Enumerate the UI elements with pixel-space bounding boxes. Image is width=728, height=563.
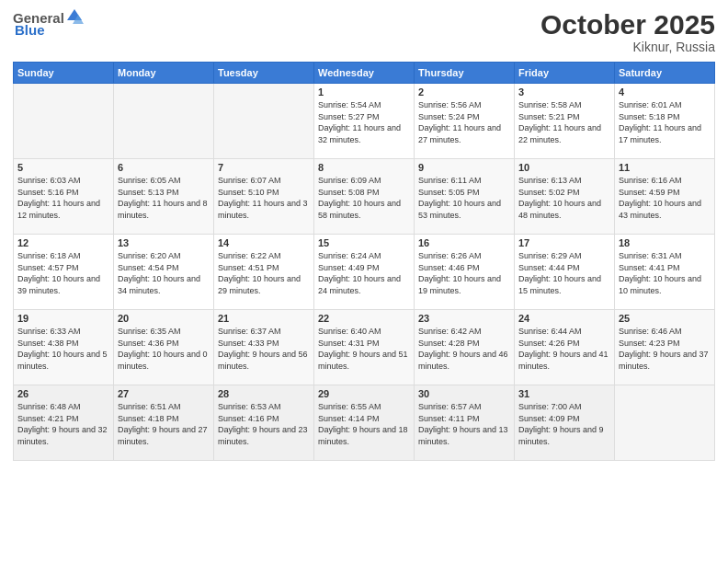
table-row: 22Sunrise: 6:40 AM Sunset: 4:31 PM Dayli… xyxy=(314,310,415,385)
day-number: 21 xyxy=(218,313,310,324)
day-info: Sunrise: 6:11 AM Sunset: 5:05 PM Dayligh… xyxy=(418,175,510,221)
table-row xyxy=(214,84,314,159)
table-row: 3Sunrise: 5:58 AM Sunset: 5:21 PM Daylig… xyxy=(515,84,615,159)
table-row: 6Sunrise: 6:05 AM Sunset: 5:13 PM Daylig… xyxy=(114,159,214,235)
table-row: 16Sunrise: 6:26 AM Sunset: 4:46 PM Dayli… xyxy=(415,235,515,310)
header-friday: Friday xyxy=(515,63,615,84)
location-subtitle: Kiknur, Russia xyxy=(540,40,715,54)
calendar-header-row: Sunday Monday Tuesday Wednesday Thursday… xyxy=(14,63,715,84)
day-number: 1 xyxy=(318,86,410,98)
day-info: Sunrise: 6:33 AM Sunset: 4:38 PM Dayligh… xyxy=(17,326,109,372)
day-number: 30 xyxy=(418,388,510,399)
day-info: Sunrise: 6:22 AM Sunset: 4:51 PM Dayligh… xyxy=(218,250,310,296)
table-row: 2Sunrise: 5:56 AM Sunset: 5:24 PM Daylig… xyxy=(415,84,515,159)
table-row: 11Sunrise: 6:16 AM Sunset: 4:59 PM Dayli… xyxy=(615,159,715,235)
day-number: 22 xyxy=(318,313,410,324)
day-number: 23 xyxy=(418,313,510,324)
table-row xyxy=(114,84,214,159)
table-row: 9Sunrise: 6:11 AM Sunset: 5:05 PM Daylig… xyxy=(415,159,515,235)
table-row: 4Sunrise: 6:01 AM Sunset: 5:18 PM Daylig… xyxy=(615,84,715,159)
table-row: 5Sunrise: 6:03 AM Sunset: 5:16 PM Daylig… xyxy=(14,159,114,235)
day-number: 26 xyxy=(17,388,109,399)
day-info: Sunrise: 7:00 AM Sunset: 4:09 PM Dayligh… xyxy=(518,401,610,447)
table-row: 12Sunrise: 6:18 AM Sunset: 4:57 PM Dayli… xyxy=(14,235,114,310)
header-monday: Monday xyxy=(114,63,214,84)
table-row: 28Sunrise: 6:53 AM Sunset: 4:16 PM Dayli… xyxy=(214,385,314,461)
day-info: Sunrise: 6:01 AM Sunset: 5:18 PM Dayligh… xyxy=(619,99,711,145)
table-row: 10Sunrise: 6:13 AM Sunset: 5:02 PM Dayli… xyxy=(515,159,615,235)
day-info: Sunrise: 5:58 AM Sunset: 5:21 PM Dayligh… xyxy=(518,99,610,145)
day-number: 6 xyxy=(118,162,210,173)
day-info: Sunrise: 6:07 AM Sunset: 5:10 PM Dayligh… xyxy=(218,175,310,221)
day-info: Sunrise: 6:20 AM Sunset: 4:54 PM Dayligh… xyxy=(118,250,210,296)
title-section: October 2025 Kiknur, Russia xyxy=(540,9,715,54)
calendar-week-row: 1Sunrise: 5:54 AM Sunset: 5:27 PM Daylig… xyxy=(14,84,715,159)
day-info: Sunrise: 6:57 AM Sunset: 4:11 PM Dayligh… xyxy=(418,401,510,447)
table-row: 1Sunrise: 5:54 AM Sunset: 5:27 PM Daylig… xyxy=(314,84,415,159)
day-info: Sunrise: 6:26 AM Sunset: 4:46 PM Dayligh… xyxy=(418,250,510,296)
day-number: 10 xyxy=(518,162,610,173)
day-info: Sunrise: 5:56 AM Sunset: 5:24 PM Dayligh… xyxy=(418,99,510,145)
table-row: 7Sunrise: 6:07 AM Sunset: 5:10 PM Daylig… xyxy=(214,159,314,235)
table-row: 21Sunrise: 6:37 AM Sunset: 4:33 PM Dayli… xyxy=(214,310,314,385)
calendar-week-row: 26Sunrise: 6:48 AM Sunset: 4:21 PM Dayli… xyxy=(14,385,715,461)
day-info: Sunrise: 6:13 AM Sunset: 5:02 PM Dayligh… xyxy=(518,175,610,221)
day-number: 25 xyxy=(619,313,711,324)
month-year-title: October 2025 xyxy=(540,9,715,40)
header-tuesday: Tuesday xyxy=(214,63,314,84)
day-info: Sunrise: 6:09 AM Sunset: 5:08 PM Dayligh… xyxy=(318,175,410,221)
table-row: 14Sunrise: 6:22 AM Sunset: 4:51 PM Dayli… xyxy=(214,235,314,310)
day-info: Sunrise: 6:16 AM Sunset: 4:59 PM Dayligh… xyxy=(619,175,711,221)
day-info: Sunrise: 6:40 AM Sunset: 4:31 PM Dayligh… xyxy=(318,326,410,372)
day-number: 31 xyxy=(518,388,610,399)
day-info: Sunrise: 6:51 AM Sunset: 4:18 PM Dayligh… xyxy=(118,401,210,447)
table-row: 23Sunrise: 6:42 AM Sunset: 4:28 PM Dayli… xyxy=(415,310,515,385)
day-number: 17 xyxy=(518,237,610,248)
day-number: 3 xyxy=(518,86,610,98)
day-number: 27 xyxy=(118,388,210,399)
day-number: 28 xyxy=(218,388,310,399)
day-number: 24 xyxy=(518,313,610,324)
day-info: Sunrise: 6:18 AM Sunset: 4:57 PM Dayligh… xyxy=(17,250,109,296)
day-number: 29 xyxy=(318,388,410,399)
day-number: 9 xyxy=(418,162,510,173)
calendar-week-row: 12Sunrise: 6:18 AM Sunset: 4:57 PM Dayli… xyxy=(14,235,715,310)
day-info: Sunrise: 6:29 AM Sunset: 4:44 PM Dayligh… xyxy=(518,250,610,296)
day-number: 19 xyxy=(17,313,109,324)
table-row xyxy=(615,385,715,461)
logo-icon xyxy=(65,7,84,26)
table-row: 18Sunrise: 6:31 AM Sunset: 4:41 PM Dayli… xyxy=(615,235,715,310)
day-number: 15 xyxy=(318,237,410,248)
table-row: 15Sunrise: 6:24 AM Sunset: 4:49 PM Dayli… xyxy=(314,235,415,310)
day-number: 11 xyxy=(619,162,711,173)
table-row: 25Sunrise: 6:46 AM Sunset: 4:23 PM Dayli… xyxy=(615,310,715,385)
day-number: 16 xyxy=(418,237,510,248)
header-saturday: Saturday xyxy=(615,63,715,84)
day-number: 5 xyxy=(17,162,109,173)
table-row: 30Sunrise: 6:57 AM Sunset: 4:11 PM Dayli… xyxy=(415,385,515,461)
day-number: 14 xyxy=(218,237,310,248)
day-info: Sunrise: 6:42 AM Sunset: 4:28 PM Dayligh… xyxy=(418,326,510,372)
table-row: 31Sunrise: 7:00 AM Sunset: 4:09 PM Dayli… xyxy=(515,385,615,461)
logo-blue-text: Blue xyxy=(15,22,45,38)
day-info: Sunrise: 6:31 AM Sunset: 4:41 PM Dayligh… xyxy=(619,250,711,296)
day-info: Sunrise: 6:03 AM Sunset: 5:16 PM Dayligh… xyxy=(17,175,109,221)
day-info: Sunrise: 6:05 AM Sunset: 5:13 PM Dayligh… xyxy=(118,175,210,221)
day-info: Sunrise: 6:35 AM Sunset: 4:36 PM Dayligh… xyxy=(118,326,210,372)
table-row: 19Sunrise: 6:33 AM Sunset: 4:38 PM Dayli… xyxy=(14,310,114,385)
day-info: Sunrise: 6:55 AM Sunset: 4:14 PM Dayligh… xyxy=(318,401,410,447)
day-number: 4 xyxy=(619,86,711,98)
calendar-week-row: 5Sunrise: 6:03 AM Sunset: 5:16 PM Daylig… xyxy=(14,159,715,235)
table-row: 27Sunrise: 6:51 AM Sunset: 4:18 PM Dayli… xyxy=(114,385,214,461)
table-row: 8Sunrise: 6:09 AM Sunset: 5:08 PM Daylig… xyxy=(314,159,415,235)
table-row xyxy=(14,84,114,159)
day-number: 2 xyxy=(418,86,510,98)
table-row: 24Sunrise: 6:44 AM Sunset: 4:26 PM Dayli… xyxy=(515,310,615,385)
day-number: 18 xyxy=(619,237,711,248)
calendar-week-row: 19Sunrise: 6:33 AM Sunset: 4:38 PM Dayli… xyxy=(14,310,715,385)
day-number: 20 xyxy=(118,313,210,324)
table-row: 29Sunrise: 6:55 AM Sunset: 4:14 PM Dayli… xyxy=(314,385,415,461)
table-row: 13Sunrise: 6:20 AM Sunset: 4:54 PM Dayli… xyxy=(114,235,214,310)
day-info: Sunrise: 6:53 AM Sunset: 4:16 PM Dayligh… xyxy=(218,401,310,447)
day-number: 8 xyxy=(318,162,410,173)
